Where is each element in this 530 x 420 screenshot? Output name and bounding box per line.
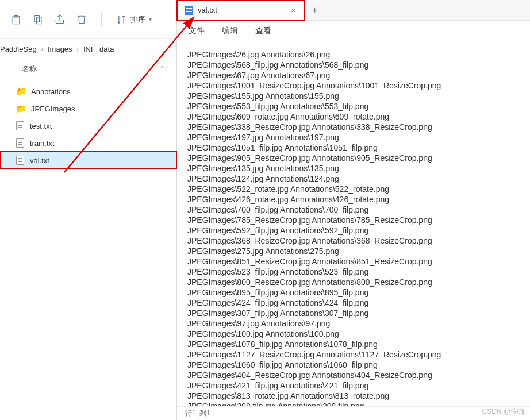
notepad-pane: val.txt × + 文件 编辑 查看 JPEGImages\26.jpg A… — [177, 0, 530, 420]
chevron-down-icon: ▾ — [149, 16, 152, 22]
svg-rect-2 — [34, 15, 39, 22]
folder-icon — [16, 104, 25, 113]
delete-icon[interactable] — [76, 14, 87, 25]
breadcrumb-item[interactable]: PaddleSeg — [0, 45, 37, 53]
breadcrumb-item[interactable]: INF_data — [83, 45, 114, 53]
editor-line: JPEGImages\522_rotate.jpg Annotations\52… — [187, 184, 520, 194]
editor-line: JPEGImages\1051_filp.jpg Annotations\105… — [187, 142, 520, 153]
sort-icon — [116, 14, 127, 25]
editor-line: JPEGImages\568_filp.jpg Annotations\568_… — [187, 60, 520, 70]
sort-label: 排序 — [130, 14, 145, 25]
editor-line: JPEGImages\26.jpg Annotations\26.png — [187, 49, 520, 60]
editor-line: JPEGImages\338_ResizeCrop.jpg Annotation… — [187, 122, 520, 132]
menu-file[interactable]: 文件 — [189, 26, 205, 36]
editor-line: JPEGImages\592_filp.jpg Annotations\592_… — [187, 225, 520, 236]
editor-line: JPEGImages\368_ResizeCrop.jpg Annotation… — [187, 236, 520, 246]
new-tab-button[interactable]: + — [305, 0, 325, 21]
editor-line: JPEGImages\553_filp.jpg Annotations\553_… — [187, 101, 520, 111]
text-file-icon — [16, 156, 24, 165]
editor-line: JPEGImages\404_ResizeCrop.jpg Annotation… — [187, 370, 520, 380]
editor-line: JPEGImages\100.jpg Annotations\100.png — [187, 329, 520, 339]
editor-line: JPEGImages\1127_ResizeCrop.jpg Annotatio… — [187, 349, 520, 360]
menu-view[interactable]: 查看 — [255, 26, 271, 36]
explorer-pane: 排序 ▾ PaddleSeg › Images › INF_data 名称 ˄ … — [0, 0, 177, 420]
tab-title: val.txt — [198, 6, 217, 14]
menu-edit[interactable]: 编辑 — [222, 26, 238, 36]
folder-icon — [16, 87, 25, 96]
editor-line: JPEGImages\895_filp.jpg Annotations\895_… — [187, 287, 520, 298]
editor-line: JPEGImages\124.jpg Annotations\124.png — [187, 174, 520, 184]
file-item-train-txt[interactable]: train.txt — [0, 134, 176, 152]
editor-line: JPEGImages\523_filp.jpg Annotations\523_… — [187, 267, 520, 277]
file-item-JPEGImages[interactable]: JPEGImages — [0, 100, 176, 117]
editor-area[interactable]: JPEGImages\26.jpg Annotations\26.pngJPEG… — [177, 41, 530, 406]
status-position: 行1, 列1 — [185, 409, 210, 418]
file-label: test.txt — [30, 122, 52, 130]
chevron-right-icon: › — [77, 46, 79, 52]
editor-line: JPEGImages\307_filp.jpg Annotations\307_… — [187, 308, 520, 318]
editor-line: JPEGImages\700_filp.jpg Annotations\700_… — [187, 205, 520, 215]
editor-line: JPEGImages\905_ResizeCrop.jpg Annotation… — [187, 153, 520, 163]
file-label: train.txt — [30, 139, 55, 148]
column-header[interactable]: 名称 ˄ — [0, 61, 176, 80]
editor-line: JPEGImages\197.jpg Annotations\197.png — [187, 132, 520, 142]
share-icon[interactable] — [54, 14, 66, 25]
file-list: AnnotationsJPEGImagestest.txttrain.txtva… — [0, 80, 176, 169]
explorer-toolbar: 排序 ▾ — [0, 0, 176, 39]
editor-line: JPEGImages\785_ResizeCrop.jpg Annotation… — [187, 215, 520, 225]
editor-line: JPEGImages\421_filp.jpg Annotations\421_… — [187, 380, 520, 391]
close-icon[interactable]: × — [291, 5, 296, 15]
status-bar: 行1, 列1 — [177, 406, 530, 420]
editor-line: JPEGImages\1078_filp.jpg Annotations\107… — [187, 339, 520, 349]
file-label: Annotations — [31, 87, 71, 96]
sort-dropdown[interactable]: 排序 ▾ — [116, 14, 152, 25]
column-name: 名称 — [22, 64, 37, 74]
file-item-test-txt[interactable]: test.txt — [0, 117, 176, 134]
editor-line: JPEGImages\800_ResizeCrop.jpg Annotation… — [187, 277, 520, 287]
editor-line: JPEGImages\275.jpg Annotations\275.png — [187, 246, 520, 256]
editor-line: JPEGImages\851_ResizeCrop.jpg Annotation… — [187, 256, 520, 267]
editor-line: JPEGImages\1001_ResizeCrop.jpg Annotatio… — [187, 80, 520, 91]
tab-bar: val.txt × + — [177, 0, 530, 21]
file-item-Annotations[interactable]: Annotations — [0, 83, 176, 100]
file-label: JPEGImages — [31, 105, 75, 113]
svg-rect-3 — [37, 17, 41, 24]
notepad-icon — [185, 6, 193, 15]
chevron-up-icon: ˄ — [160, 65, 166, 74]
copy-icon[interactable] — [32, 14, 44, 25]
file-label: val.txt — [30, 156, 49, 165]
separator — [101, 13, 102, 26]
paste-icon[interactable] — [10, 14, 22, 25]
editor-line: JPEGImages\426_rotate.jpg Annotations\42… — [187, 194, 520, 205]
editor-line: JPEGImages\424_filp.jpg Annotations\424_… — [187, 298, 520, 308]
breadcrumb[interactable]: PaddleSeg › Images › INF_data — [0, 39, 176, 61]
editor-line: JPEGImages\97.jpg Annotations\97.png — [187, 318, 520, 329]
editor-line: JPEGImages\1060_filp.jpg Annotations\106… — [187, 360, 520, 370]
file-item-val-txt[interactable]: val.txt — [0, 152, 176, 169]
editor-line: JPEGImages\155.jpg Annotations\155.png — [187, 91, 520, 101]
editor-line: JPEGImages\67.jpg Annotations\67.png — [187, 70, 520, 80]
editor-line: JPEGImages\813_rotate.jpg Annotations\81… — [187, 391, 520, 401]
text-file-icon — [16, 138, 24, 148]
breadcrumb-item[interactable]: Images — [48, 45, 72, 53]
chevron-right-icon: › — [41, 46, 43, 52]
editor-line: JPEGImages\298 filp.jpg Annotations\298 … — [187, 401, 520, 406]
tab-val-txt[interactable]: val.txt × — [177, 0, 305, 21]
menu-bar: 文件 编辑 查看 — [177, 21, 530, 41]
editor-line: JPEGImages\135.jpg Annotations\135.png — [187, 163, 520, 174]
editor-line: JPEGImages\609_rotate.jpg Annotations\60… — [187, 111, 520, 122]
text-file-icon — [16, 121, 24, 130]
